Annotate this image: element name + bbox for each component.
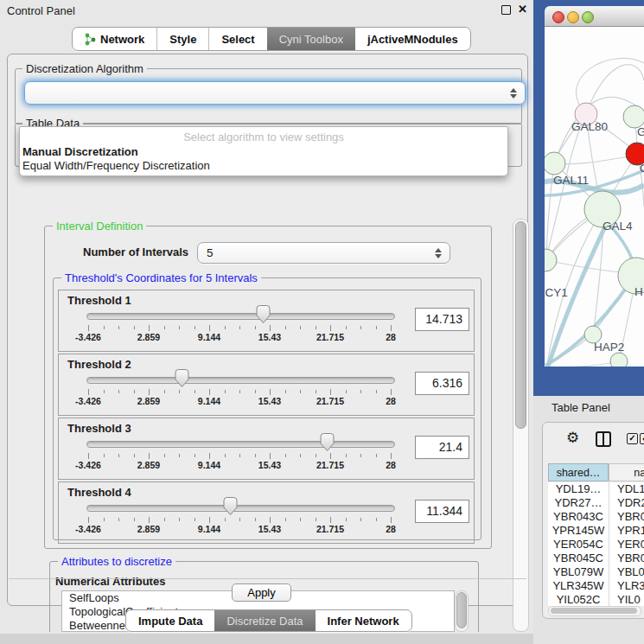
threshold-row: Threshold 2 6.316 -3.4262.8599.14415.432… [58, 354, 475, 416]
table-horizontal-scrollbar[interactable] [548, 606, 641, 616]
table-panel-title: Table Panel [552, 401, 610, 414]
threshold-slider-thumb[interactable] [222, 496, 239, 520]
slider-tick [360, 518, 361, 521]
slider-tick [149, 389, 150, 395]
slider-tick [391, 389, 392, 395]
table-row[interactable]: YIL052CYIL0 [548, 593, 644, 606]
table-panel-area: Table Panel ⚙ ✓ ✓ shared…name YDL19…YDL1… [533, 396, 644, 644]
scrollbar-thumb[interactable] [515, 221, 526, 429]
checkbox-icon[interactable]: ✓ [640, 433, 644, 444]
slider-tick [194, 326, 195, 329]
slider-tick-label: 28 [386, 396, 396, 406]
apply-button[interactable]: Apply [232, 583, 291, 602]
algorithm-option[interactable]: Equal Width/Frequency Discretization [22, 159, 210, 173]
slider-tick-label: 28 [386, 332, 396, 342]
threshold-value-field[interactable]: 14.713 [415, 308, 469, 331]
threshold-slider-thumb[interactable] [255, 304, 271, 328]
slider-tick [300, 518, 301, 521]
column-header[interactable]: name [609, 463, 644, 481]
slider-tick [164, 518, 165, 521]
slider-tick [88, 325, 89, 331]
close-icon[interactable]: ✕ [518, 4, 527, 15]
threshold-value-field[interactable]: 21.4 [415, 436, 469, 459]
slider-tick [88, 453, 89, 459]
checkbox-icon[interactable]: ✓ [627, 433, 638, 444]
table-row[interactable]: YPR145WYPR1 [548, 524, 644, 538]
threshold-slider-thumb[interactable] [174, 368, 190, 392]
tab-cyni-toolbox[interactable]: Cyni Toolbox [267, 28, 355, 50]
tab-discretize-data[interactable]: Discretize Data [214, 610, 315, 631]
network-node[interactable] [545, 152, 565, 175]
scrollbar-thumb[interactable] [456, 592, 467, 628]
network-canvas[interactable]: GAL80GCGAL11GAL4GCY1HHAP2 [545, 27, 644, 367]
threshold-slider-track[interactable] [86, 441, 395, 448]
algorithm-option[interactable]: Manual Discretization [22, 145, 138, 159]
threshold-slider-thumb[interactable] [319, 432, 335, 456]
table-row[interactable]: YBR045CYBR0 [548, 552, 644, 565]
tab-style[interactable]: Style [156, 28, 208, 50]
column-divider [609, 482, 609, 606]
split-columns-icon[interactable] [596, 431, 611, 447]
table-row[interactable]: YER054CYER0 [548, 538, 644, 552]
table-row[interactable]: YDL19…YDL1 [548, 482, 644, 496]
bottom-tab-bar: Impute DataDiscretize DataInfer Network [125, 609, 412, 632]
threshold-slider-track[interactable] [86, 377, 395, 384]
main-scrollbar[interactable] [513, 219, 529, 632]
algorithm-combo[interactable] [24, 81, 526, 105]
gear-icon[interactable]: ⚙ [566, 430, 579, 445]
close-traffic-light-icon[interactable] [552, 11, 564, 23]
slider-tick-label: 21.715 [316, 396, 344, 406]
threshold-value-field[interactable]: 6.316 [415, 372, 469, 395]
table-row[interactable]: YBL079WYBL0 [548, 565, 644, 579]
slider-tick [104, 390, 105, 393]
slider-tick-label: 21.715 [316, 332, 344, 342]
number-of-intervals-combo[interactable]: 5 [197, 242, 450, 264]
float-window-icon[interactable] [501, 5, 511, 15]
node-table-panel: ⚙ ✓ ✓ shared…name YDL19…YDL1YDR27…YDR2YB… [542, 422, 644, 619]
slider-tick [255, 518, 256, 521]
slider-tick [209, 325, 210, 331]
network-node-label: GAL4 [603, 220, 633, 233]
slider-tick-label: 15.43 [258, 332, 281, 342]
slider-tick [255, 390, 256, 393]
tab-jactivemnodules[interactable]: jActiveMNodules [355, 28, 470, 50]
slider-tick-label: -3.426 [75, 524, 101, 534]
network-window-titlebar[interactable] [545, 6, 644, 27]
slider-tick [225, 518, 226, 521]
slider-tick [209, 389, 210, 395]
slider-tick-label: -3.426 [75, 396, 101, 406]
slider-tick [134, 390, 135, 393]
threshold-slider-track[interactable] [86, 313, 395, 320]
slider-tick [255, 326, 256, 329]
network-node[interactable] [545, 249, 557, 271]
minimize-traffic-light-icon[interactable] [567, 11, 579, 23]
threshold-value-field[interactable]: 11.344 [415, 500, 469, 523]
slider-tick [104, 454, 105, 457]
slider-tick [360, 454, 361, 457]
network-node[interactable] [610, 353, 628, 367]
tab-infer-network[interactable]: Infer Network [316, 610, 411, 631]
slider-tick [239, 326, 240, 329]
table-row[interactable]: YDR27…YDR2 [548, 496, 644, 510]
slider-tick [391, 517, 392, 523]
threshold-row: Threshold 3 21.4 -3.4262.8599.14415.4321… [58, 418, 475, 480]
table-row[interactable]: YLR345WYLR3 [548, 579, 644, 593]
slider-tick [316, 454, 316, 457]
slider-tick-label: 9.144 [198, 396, 220, 406]
algorithm-prompt: Select algorithm to view settings [20, 131, 507, 143]
threshold-slider-track[interactable] [86, 505, 395, 512]
network-edge[interactable] [554, 156, 634, 164]
attributes-list-scrollbar[interactable] [455, 590, 469, 632]
table-row[interactable]: YBR043CYBR0 [548, 510, 644, 524]
tab-impute-data[interactable]: Impute Data [126, 610, 214, 631]
slider-tick [149, 453, 150, 459]
zoom-traffic-light-icon[interactable] [582, 11, 594, 23]
slider-tick [300, 390, 301, 393]
tab-network[interactable]: Network [73, 28, 156, 50]
tab-select[interactable]: Select [208, 28, 266, 50]
table-rows: YDL19…YDL1YDR27…YDR2YBR043CYBR0YPR145WYP… [548, 482, 644, 606]
column-header[interactable]: shared… [548, 463, 609, 481]
slider-tick [330, 389, 331, 395]
cell-name: YBL0 [617, 565, 644, 579]
scrollbar-thumb[interactable] [551, 608, 637, 614]
